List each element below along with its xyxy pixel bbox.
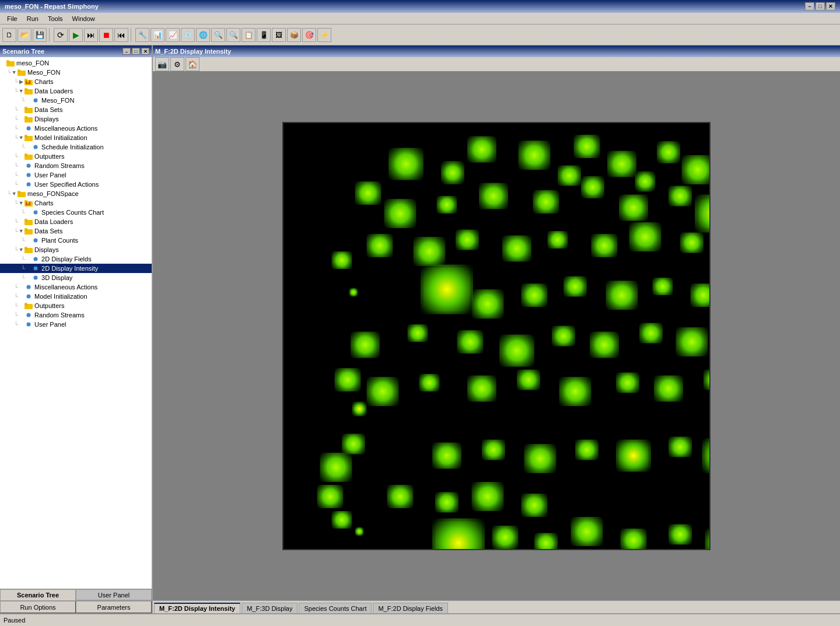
tree-node-25[interactable]: └ Miscellaneous Actions	[0, 282, 152, 292]
toolbar-tool12[interactable]: 🎯	[302, 28, 316, 42]
minimize-button[interactable]: –	[805, 2, 814, 11]
toolbar-tool4[interactable]: 💿	[181, 28, 195, 42]
tree-node-23[interactable]: └ 2D Display Intensity	[0, 264, 152, 273]
tree-node-3[interactable]: └ ▶Charts	[0, 77, 152, 86]
tree-toggle-17[interactable]	[25, 209, 31, 215]
tree-node-9[interactable]: └ ▼Model Initialization	[0, 133, 152, 142]
tree-node-26[interactable]: └ Model Initialization	[0, 292, 152, 301]
tree-toggle-16[interactable]: ▼	[18, 200, 24, 206]
toolbar-tool3[interactable]: 📈	[166, 28, 180, 42]
toolbar-stop[interactable]: ⏹	[99, 28, 113, 42]
tree-toggle-15[interactable]: ▼	[11, 191, 17, 197]
toolbar-save[interactable]: 💾	[33, 28, 47, 42]
tree-toggle-14[interactable]	[18, 181, 24, 187]
tree-node-13[interactable]: └ User Panel	[0, 170, 152, 180]
tree-node-4[interactable]: └ ▼Data Loaders	[0, 86, 152, 96]
tree-node-5[interactable]: └ Meso_FON	[0, 96, 152, 105]
tree-node-6[interactable]: └ Data Sets	[0, 105, 152, 114]
tree-toggle-6[interactable]	[18, 107, 24, 113]
tree-node-18[interactable]: └ Data Loaders	[0, 217, 152, 226]
tree-node-10[interactable]: └ Schedule Initialization	[0, 142, 152, 152]
tree-toggle-1[interactable]	[0, 60, 6, 66]
tree-toggle-4[interactable]: ▼	[18, 88, 24, 94]
toolbar-tool2[interactable]: 📊	[150, 28, 164, 42]
tree-toggle-20[interactable]	[25, 237, 31, 243]
run-options-button[interactable]: Run Options	[0, 601, 76, 613]
tree-node-16[interactable]: └ ▼Charts	[0, 198, 152, 208]
home-button[interactable]: 🏠	[186, 57, 200, 71]
tree-toggle-28[interactable]	[18, 312, 24, 318]
toolbar-new[interactable]: 🗋	[2, 28, 16, 42]
tree-node-14[interactable]: └ User Specified Actions	[0, 180, 152, 189]
tree-toggle-21[interactable]: ▼	[18, 247, 24, 253]
tree-toggle-5[interactable]	[25, 97, 31, 103]
tree-toggle-23[interactable]	[25, 265, 31, 271]
tree-node-11[interactable]: └ Outputters	[0, 152, 152, 161]
tree-toggle-13[interactable]	[18, 172, 24, 178]
toolbar-tool7[interactable]: 🔍	[226, 28, 240, 42]
tree-node-28[interactable]: └ Random Streams	[0, 310, 152, 320]
menu-file[interactable]: File	[2, 14, 22, 23]
parameters-button[interactable]: Parameters	[76, 601, 152, 613]
tab-scenario-tree[interactable]: Scenario Tree	[0, 589, 76, 600]
toolbar-tool11[interactable]: 📦	[287, 28, 301, 42]
tree-toggle-9[interactable]: ▼	[18, 135, 24, 141]
tree-node-8[interactable]: └ Miscellaneous Actions	[0, 124, 152, 133]
toolbar-tool13[interactable]: ⚡	[317, 28, 331, 42]
tree-node-1[interactable]: meso_FON	[0, 58, 152, 68]
panel-close[interactable]: ✕	[141, 48, 149, 55]
toolbar-play[interactable]: ▶	[69, 28, 83, 42]
tree-node-20[interactable]: └ Plant Counts	[0, 236, 152, 245]
maximize-button[interactable]: □	[816, 2, 825, 11]
toolbar-tool9[interactable]: 📱	[257, 28, 271, 42]
tab-2d-intensity[interactable]: M_F:2D Display Intensity	[154, 603, 240, 613]
tree-node-24[interactable]: └ 3D Display	[0, 273, 152, 282]
tree-toggle-19[interactable]: ▼	[18, 228, 24, 234]
tree-toggle-29[interactable]	[18, 321, 24, 327]
tree-toggle-27[interactable]	[18, 303, 24, 309]
tree-toggle-8[interactable]	[18, 125, 24, 131]
tab-user-panel[interactable]: User Panel	[76, 589, 152, 600]
tree-node-19[interactable]: └ ▼Data Sets	[0, 226, 152, 236]
panel-minimize[interactable]: –	[123, 48, 131, 55]
tab-3d-display[interactable]: M_F:3D Display	[242, 603, 298, 613]
tree-toggle-18[interactable]	[18, 219, 24, 225]
tree-toggle-25[interactable]	[18, 284, 24, 290]
tree-node-29[interactable]: └ User Panel	[0, 320, 152, 329]
tree-node-17[interactable]: └ Species Counts Chart	[0, 208, 152, 217]
scenario-tree[interactable]: meso_FON└ ▼Meso_FON└ ▶Charts└ ▼Data Load…	[0, 57, 152, 589]
toolbar-tool5[interactable]: 🌐	[196, 28, 210, 42]
tree-node-27[interactable]: └ Outputters	[0, 301, 152, 310]
tab-2d-fields[interactable]: M_F:2D Display Fields	[373, 603, 448, 613]
toolbar-tool1[interactable]: 🔧	[135, 28, 149, 42]
toolbar-reset[interactable]: ⏮	[114, 28, 128, 42]
snapshot-button[interactable]: 📷	[155, 57, 169, 71]
tree-node-7[interactable]: └ Displays	[0, 114, 152, 124]
tree-toggle-24[interactable]	[25, 275, 31, 281]
tree-toggle-26[interactable]	[18, 293, 24, 299]
menu-tools[interactable]: Tools	[43, 14, 68, 23]
tree-toggle-12[interactable]	[18, 163, 24, 169]
tree-toggle-3[interactable]: ▶	[18, 79, 24, 85]
tree-toggle-2[interactable]: ▼	[11, 69, 17, 75]
panel-restore[interactable]: □	[132, 48, 140, 55]
close-button[interactable]: ✕	[826, 2, 835, 11]
tree-node-12[interactable]: └ Random Streams	[0, 161, 152, 170]
toolbar-tool8[interactable]: 📋	[242, 28, 256, 42]
toolbar-open[interactable]: 📂	[18, 28, 32, 42]
menu-window[interactable]: Window	[68, 14, 100, 23]
tree-node-21[interactable]: └ ▼Displays	[0, 245, 152, 254]
toolbar-tool6[interactable]: 🔍	[211, 28, 225, 42]
tree-toggle-10[interactable]	[25, 144, 31, 150]
display-settings-button[interactable]: ⚙	[170, 57, 184, 71]
toolbar-tool10[interactable]: 🖼	[272, 28, 286, 42]
tree-node-22[interactable]: └ 2D Display Fields	[0, 254, 152, 264]
tree-toggle-7[interactable]	[18, 116, 24, 122]
tab-species-chart[interactable]: Species Counts Chart	[299, 603, 372, 613]
tree-toggle-22[interactable]	[25, 256, 31, 262]
tree-toggle-11[interactable]	[18, 153, 24, 159]
tree-node-15[interactable]: └ ▼meso_FONSpace	[0, 189, 152, 198]
menu-run[interactable]: Run	[22, 14, 43, 23]
toolbar-reload[interactable]: ⟳	[54, 28, 68, 42]
toolbar-step[interactable]: ⏭	[84, 28, 98, 42]
